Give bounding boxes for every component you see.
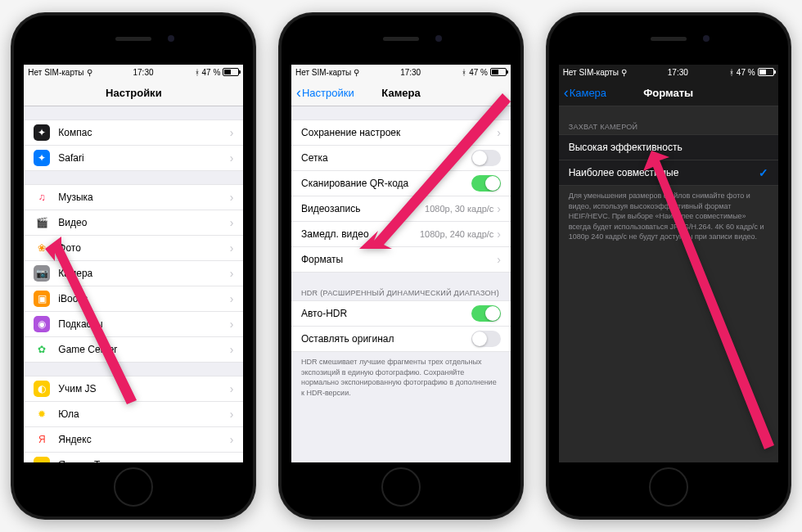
app-icon: ▣ [34,291,50,307]
speaker-slot [383,37,419,41]
toggle-switch[interactable] [471,331,501,347]
toggle-switch[interactable] [471,175,501,192]
row-label: Оставлять оригинал [301,333,471,345]
settings-list[interactable]: ✦Компас›✦Safari› ♫Музыка›🎬Видео›❀Фото›📷К… [24,106,243,462]
row-label: Форматы [301,254,497,265]
row-label: Видеозапись [301,203,425,214]
settings-row[interactable]: ▪Яндекс Такси› [24,453,243,462]
row-label: Сохранение настроек [301,127,497,138]
settings-row[interactable]: 🎬Видео› [24,210,243,236]
settings-row[interactable]: ▣iBooks› [24,286,243,312]
nav-bar: Настройки [24,79,243,106]
row-label: Фото [58,242,229,254]
chevron-right-icon: › [230,458,234,462]
settings-group-apps-2: ♫Музыка›🎬Видео›❀Фото›📷Камера›▣iBooks›◉По… [24,184,243,363]
nav-bar: ‹ Камера Форматы [559,79,778,106]
capture-header: ЗАХВАТ КАМЕРОЙ [559,119,778,134]
chevron-right-icon: › [230,292,234,305]
status-bar: Нет SIM-карты ⚲ 17:30 ᚼ 47 % [291,65,511,79]
chevron-right-icon: › [230,267,234,280]
phone-frame-3: Нет SIM-карты ⚲ 17:30 ᚼ 47 % ‹ Камера Фо… [546,12,791,520]
app-icon: ✹ [34,406,50,422]
app-icon: ♫ [34,189,50,205]
hdr-header: HDR (РАСШИРЕННЫЙ ДИНАМИЧЕСКИЙ ДИАПАЗОН) [291,286,511,300]
settings-row[interactable]: ◉Подкасты› [24,312,243,337]
page-title: Настройки [106,87,162,99]
back-button[interactable]: ‹ Камера [564,85,606,100]
front-camera [435,35,442,42]
settings-row[interactable]: ◐Учим JS› [24,376,243,402]
wifi-icon: ⚲ [354,68,359,77]
battery-icon [223,68,239,76]
settings-row[interactable]: ✿Game Center› [24,337,243,363]
settings-row[interactable]: ✹Юла› [24,402,243,427]
settings-row[interactable]: 📷Камера› [24,261,243,286]
toggle-switch[interactable] [471,305,501,322]
home-button[interactable] [649,467,688,507]
battery-icon [758,68,774,76]
settings-row[interactable]: ЯЯндекс› [24,427,243,453]
speaker-slot [651,37,687,41]
chevron-right-icon: › [497,253,501,266]
camera-group-main: Сохранение настроек›СеткаСканирование QR… [291,119,511,273]
app-icon: ✦ [34,150,50,166]
settings-row[interactable]: Сканирование QR-кода [291,171,511,196]
row-value: 1080p, 240 кадр/с [420,229,493,239]
status-bar: Нет SIM-карты ⚲ 17:30 ᚼ 47 % [559,65,778,79]
row-label: Замедл. видео [301,228,420,240]
camera-settings-list[interactable]: Сохранение настроек›СеткаСканирование QR… [291,106,511,462]
row-label: Подкасты [58,318,229,330]
row-label: Safari [58,152,229,164]
settings-row[interactable]: ✦Компас› [24,119,243,146]
chevron-right-icon: › [230,126,234,139]
row-value: 1080p, 30 кадр/с [425,204,493,214]
speaker-slot [115,37,151,41]
wifi-icon: ⚲ [87,68,92,77]
formats-group: ЗАХВАТ КАМЕРОЙ Высокая эффективностьНаиб… [559,119,778,247]
bluetooth-icon: ᚼ [195,68,200,77]
front-camera [703,35,710,42]
camera-group-hdr: HDR (РАСШИРЕННЫЙ ДИНАМИЧЕСКИЙ ДИАПАЗОН) … [291,286,511,403]
settings-row[interactable]: Форматы› [291,247,511,273]
formats-list[interactable]: ЗАХВАТ КАМЕРОЙ Высокая эффективностьНаиб… [559,106,778,462]
status-time: 17:30 [668,68,688,77]
home-button[interactable] [114,467,153,507]
front-camera [168,35,174,42]
phone-frame-1: Нет SIM-карты ⚲ 17:30 ᚼ 47 % Настройки ✦… [11,12,256,520]
chevron-right-icon: › [230,216,234,229]
app-icon: 🎬 [34,214,50,231]
row-label: Сканирование QR-кода [301,178,471,189]
settings-row[interactable]: ♫Музыка› [24,184,243,210]
back-button[interactable]: ‹ Настройки [296,85,354,100]
settings-row[interactable]: ❀Фото› [24,236,243,261]
bluetooth-icon: ᚼ [729,68,734,77]
settings-row[interactable]: Авто-HDR [291,300,511,327]
home-button[interactable] [381,467,421,507]
page-title: Форматы [643,87,693,99]
format-option[interactable]: Наиболее совместимые✓ [559,160,778,186]
battery-percent: 47 % [737,68,755,77]
row-label: Сетка [301,152,471,164]
check-icon: ✓ [759,166,768,179]
app-icon: ❀ [34,240,50,256]
chevron-right-icon: › [230,433,234,446]
settings-row[interactable]: Сетка [291,146,511,171]
status-bar: Нет SIM-карты ⚲ 17:30 ᚼ 47 % [24,65,243,79]
row-label: Яндекс [58,434,229,445]
settings-row[interactable]: Видеозапись1080p, 30 кадр/с› [291,196,511,222]
app-icon: ✿ [34,341,50,358]
settings-row[interactable]: Оставлять оригинал [291,327,511,352]
page-title: Камера [381,87,420,99]
chevron-right-icon: › [230,408,234,421]
format-option[interactable]: Высокая эффективность [559,134,778,160]
toggle-switch[interactable] [471,150,501,166]
formats-footer: Для уменьшения размеров файлов снимайте … [559,186,778,247]
status-time: 17:30 [133,68,154,77]
settings-row[interactable]: Сохранение настроек› [291,119,511,146]
settings-row[interactable]: ✦Safari› [24,146,243,171]
hdr-footer: HDR смешивает лучшие фрагменты трех отде… [291,352,511,403]
app-icon: ✦ [34,124,50,141]
carrier-label: Нет SIM-карты [28,68,83,77]
settings-row[interactable]: Замедл. видео1080p, 240 кадр/с› [291,222,511,247]
row-label: Высокая эффективность [569,142,768,153]
